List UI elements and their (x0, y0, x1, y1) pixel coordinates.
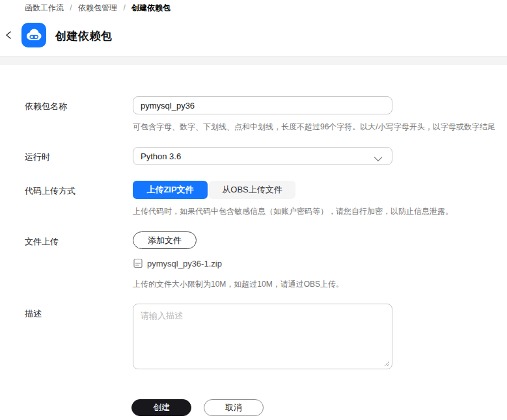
upload-method-label: 代码上传方式 (25, 185, 75, 197)
create-dependency-page: 函数工作流 / 依赖包管理 / 创建依赖包 创建依赖包 依赖包名称 可包含字母、… (0, 0, 507, 420)
back-button[interactable] (1, 28, 16, 42)
create-button[interactable]: 创建 (131, 399, 191, 416)
chevron-left-icon (5, 31, 12, 40)
uploaded-file-item: pymysql_py36-1.zip (133, 258, 222, 269)
runtime-selected-value: Python 3.6 (141, 151, 181, 161)
chevron-down-icon (374, 154, 383, 164)
breadcrumb: 函数工作流 / 依赖包管理 / 创建依赖包 (25, 3, 171, 14)
upload-zip-option[interactable]: 上传ZIP文件 (133, 181, 208, 199)
file-upload-help: 上传的文件大小限制为10M，如超过10M，请通过OBS上传。 (133, 279, 344, 290)
description-textarea[interactable] (133, 304, 392, 369)
description-label: 描述 (25, 308, 42, 320)
uploaded-file-name: pymysql_py36-1.zip (147, 259, 222, 269)
runtime-field-label: 运行时 (25, 151, 50, 163)
name-field-label: 依赖包名称 (25, 101, 67, 112)
breadcrumb-item-dependency-management[interactable]: 依赖包管理 (78, 3, 117, 12)
file-document-icon (133, 258, 143, 269)
dependency-name-input[interactable] (133, 96, 392, 114)
breadcrumb-item-create-dependency: 创建依赖包 (131, 3, 171, 12)
cloud-link-icon (21, 23, 46, 47)
file-upload-label: 文件上传 (25, 236, 59, 248)
upload-method-help: 上传代码时，如果代码中包含敏感信息（如账户密码等），请您自行加密，以防止信息泄露… (133, 206, 453, 217)
runtime-select[interactable]: Python 3.6 (133, 147, 392, 165)
dependency-package-logo (21, 23, 46, 47)
breadcrumb-item-function-workflow[interactable]: 函数工作流 (25, 3, 64, 12)
breadcrumb-separator: / (70, 3, 72, 12)
breadcrumb-separator: / (123, 3, 125, 12)
add-file-button[interactable]: 添加文件 (133, 231, 197, 249)
cancel-button[interactable]: 取消 (204, 399, 264, 416)
upload-method-toggle: 上传ZIP文件 从OBS上传文件 (133, 181, 295, 199)
section-divider (0, 56, 507, 65)
upload-from-obs-option[interactable]: 从OBS上传文件 (209, 181, 295, 199)
name-field-help: 可包含字母、数字、下划线、点和中划线，长度不超过96个字符。以大/小写字母开头，… (133, 122, 495, 133)
page-title: 创建依赖包 (55, 29, 113, 44)
